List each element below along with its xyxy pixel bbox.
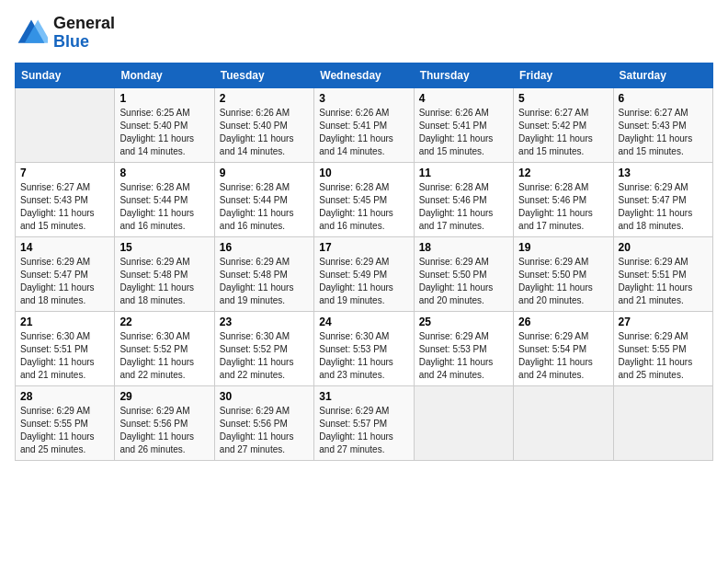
day-number: 21 <box>20 316 109 328</box>
cell-info: Sunrise: 6:27 AMSunset: 5:42 PMDaylight:… <box>518 107 608 158</box>
calendar-cell <box>613 385 712 460</box>
calendar-cell: 2 Sunrise: 6:26 AMSunset: 5:40 PMDayligh… <box>214 87 313 162</box>
cell-info: Sunrise: 6:29 AMSunset: 5:57 PMDaylight:… <box>319 405 408 456</box>
cell-info: Sunrise: 6:29 AMSunset: 5:51 PMDaylight:… <box>619 256 708 307</box>
calendar-cell: 5 Sunrise: 6:27 AMSunset: 5:42 PMDayligh… <box>514 87 613 162</box>
calendar-cell <box>414 385 513 460</box>
calendar-cell: 6 Sunrise: 6:27 AMSunset: 5:43 PMDayligh… <box>613 87 712 162</box>
logo-icon <box>15 17 48 50</box>
calendar-cell: 10 Sunrise: 6:28 AMSunset: 5:45 PMDaylig… <box>314 162 414 236</box>
cell-info: Sunrise: 6:29 AMSunset: 5:47 PMDaylight:… <box>619 181 708 233</box>
calendar-cell: 3 Sunrise: 6:26 AMSunset: 5:41 PMDayligh… <box>314 87 414 162</box>
calendar-cell: 14 Sunrise: 6:29 AMSunset: 5:47 PMDaylig… <box>16 236 115 311</box>
cell-info: Sunrise: 6:28 AMSunset: 5:45 PMDaylight:… <box>319 181 408 233</box>
day-number: 5 <box>518 92 608 105</box>
dow-header-tuesday: Tuesday <box>214 63 313 87</box>
cell-info: Sunrise: 6:29 AMSunset: 5:48 PMDaylight:… <box>220 256 309 307</box>
cell-info: Sunrise: 6:26 AMSunset: 5:41 PMDaylight:… <box>419 107 508 158</box>
cell-info: Sunrise: 6:28 AMSunset: 5:44 PMDaylight:… <box>220 181 309 233</box>
calendar-cell: 23 Sunrise: 6:30 AMSunset: 5:52 PMDaylig… <box>214 311 313 385</box>
day-number: 14 <box>20 241 109 254</box>
calendar-cell: 17 Sunrise: 6:29 AMSunset: 5:49 PMDaylig… <box>314 236 414 311</box>
calendar-cell: 25 Sunrise: 6:29 AMSunset: 5:53 PMDaylig… <box>414 311 513 385</box>
cell-info: Sunrise: 6:27 AMSunset: 5:43 PMDaylight:… <box>619 107 708 158</box>
cell-info: Sunrise: 6:25 AMSunset: 5:40 PMDaylight:… <box>119 107 209 158</box>
calendar-cell: 16 Sunrise: 6:29 AMSunset: 5:48 PMDaylig… <box>214 236 313 311</box>
day-number: 3 <box>319 92 408 105</box>
calendar-cell: 8 Sunrise: 6:28 AMSunset: 5:44 PMDayligh… <box>115 162 214 236</box>
day-number: 17 <box>319 241 408 254</box>
day-number: 13 <box>619 167 708 179</box>
dow-header-wednesday: Wednesday <box>314 63 414 87</box>
calendar-cell: 11 Sunrise: 6:28 AMSunset: 5:46 PMDaylig… <box>414 162 513 236</box>
calendar-week-4: 21 Sunrise: 6:30 AMSunset: 5:51 PMDaylig… <box>16 311 713 385</box>
cell-info: Sunrise: 6:26 AMSunset: 5:40 PMDaylight:… <box>220 107 309 158</box>
cell-info: Sunrise: 6:26 AMSunset: 5:41 PMDaylight:… <box>319 107 408 158</box>
day-number: 25 <box>419 316 508 328</box>
day-number: 29 <box>119 390 209 403</box>
day-number: 23 <box>220 316 309 328</box>
dow-header-saturday: Saturday <box>613 63 712 87</box>
logo-text: GeneralBlue <box>53 15 115 52</box>
cell-info: Sunrise: 6:29 AMSunset: 5:53 PMDaylight:… <box>419 330 508 382</box>
cell-info: Sunrise: 6:29 AMSunset: 5:49 PMDaylight:… <box>319 256 408 307</box>
calendar-week-3: 14 Sunrise: 6:29 AMSunset: 5:47 PMDaylig… <box>16 236 713 311</box>
day-number: 24 <box>319 316 408 328</box>
calendar-week-1: 1 Sunrise: 6:25 AMSunset: 5:40 PMDayligh… <box>16 87 713 162</box>
cell-info: Sunrise: 6:29 AMSunset: 5:50 PMDaylight:… <box>518 256 608 307</box>
day-number: 1 <box>119 92 209 105</box>
cell-info: Sunrise: 6:29 AMSunset: 5:55 PMDaylight:… <box>20 405 109 456</box>
day-number: 28 <box>20 390 109 403</box>
calendar-table: SundayMondayTuesdayWednesdayThursdayFrid… <box>15 63 713 461</box>
day-number: 27 <box>619 316 708 328</box>
day-number: 15 <box>119 241 209 254</box>
cell-info: Sunrise: 6:29 AMSunset: 5:48 PMDaylight:… <box>119 256 209 307</box>
day-number: 18 <box>419 241 508 254</box>
cell-info: Sunrise: 6:29 AMSunset: 5:56 PMDaylight:… <box>220 405 309 456</box>
cell-info: Sunrise: 6:29 AMSunset: 5:55 PMDaylight:… <box>619 330 708 382</box>
cell-info: Sunrise: 6:28 AMSunset: 5:46 PMDaylight:… <box>518 181 608 233</box>
calendar-cell: 29 Sunrise: 6:29 AMSunset: 5:56 PMDaylig… <box>115 385 214 460</box>
calendar-cell: 30 Sunrise: 6:29 AMSunset: 5:56 PMDaylig… <box>214 385 313 460</box>
calendar-cell: 4 Sunrise: 6:26 AMSunset: 5:41 PMDayligh… <box>414 87 513 162</box>
cell-info: Sunrise: 6:30 AMSunset: 5:53 PMDaylight:… <box>319 330 408 382</box>
calendar-cell: 12 Sunrise: 6:28 AMSunset: 5:46 PMDaylig… <box>514 162 613 236</box>
cell-info: Sunrise: 6:28 AMSunset: 5:44 PMDaylight:… <box>119 181 209 233</box>
day-number: 31 <box>319 390 408 403</box>
cell-info: Sunrise: 6:29 AMSunset: 5:47 PMDaylight:… <box>20 256 109 307</box>
calendar-cell: 22 Sunrise: 6:30 AMSunset: 5:52 PMDaylig… <box>115 311 214 385</box>
day-number: 20 <box>619 241 708 254</box>
cell-info: Sunrise: 6:27 AMSunset: 5:43 PMDaylight:… <box>20 181 109 233</box>
dow-header-friday: Friday <box>514 63 613 87</box>
day-number: 6 <box>619 92 708 105</box>
calendar-cell: 1 Sunrise: 6:25 AMSunset: 5:40 PMDayligh… <box>115 87 214 162</box>
dow-header-monday: Monday <box>115 63 214 87</box>
dow-header-thursday: Thursday <box>414 63 513 87</box>
day-number: 19 <box>518 241 608 254</box>
day-number: 4 <box>419 92 508 105</box>
day-number: 22 <box>119 316 209 328</box>
calendar-cell: 18 Sunrise: 6:29 AMSunset: 5:50 PMDaylig… <box>414 236 513 311</box>
calendar-cell: 20 Sunrise: 6:29 AMSunset: 5:51 PMDaylig… <box>613 236 712 311</box>
cell-info: Sunrise: 6:30 AMSunset: 5:52 PMDaylight:… <box>119 330 209 382</box>
calendar-cell: 31 Sunrise: 6:29 AMSunset: 5:57 PMDaylig… <box>314 385 414 460</box>
calendar-week-2: 7 Sunrise: 6:27 AMSunset: 5:43 PMDayligh… <box>16 162 713 236</box>
dow-header-sunday: Sunday <box>16 63 115 87</box>
calendar-cell <box>16 87 115 162</box>
day-number: 26 <box>518 316 608 328</box>
day-number: 9 <box>220 167 309 179</box>
calendar-cell: 9 Sunrise: 6:28 AMSunset: 5:44 PMDayligh… <box>214 162 313 236</box>
day-number: 7 <box>20 167 109 179</box>
calendar-cell: 15 Sunrise: 6:29 AMSunset: 5:48 PMDaylig… <box>115 236 214 311</box>
day-number: 11 <box>419 167 508 179</box>
day-number: 16 <box>220 241 309 254</box>
calendar-cell: 24 Sunrise: 6:30 AMSunset: 5:53 PMDaylig… <box>314 311 414 385</box>
cell-info: Sunrise: 6:30 AMSunset: 5:51 PMDaylight:… <box>20 330 109 382</box>
day-number: 8 <box>119 167 209 179</box>
day-number: 10 <box>319 167 408 179</box>
cell-info: Sunrise: 6:29 AMSunset: 5:54 PMDaylight:… <box>518 330 608 382</box>
calendar-cell: 21 Sunrise: 6:30 AMSunset: 5:51 PMDaylig… <box>16 311 115 385</box>
day-number: 30 <box>220 390 309 403</box>
calendar-cell: 28 Sunrise: 6:29 AMSunset: 5:55 PMDaylig… <box>16 385 115 460</box>
calendar-week-5: 28 Sunrise: 6:29 AMSunset: 5:55 PMDaylig… <box>16 385 713 460</box>
